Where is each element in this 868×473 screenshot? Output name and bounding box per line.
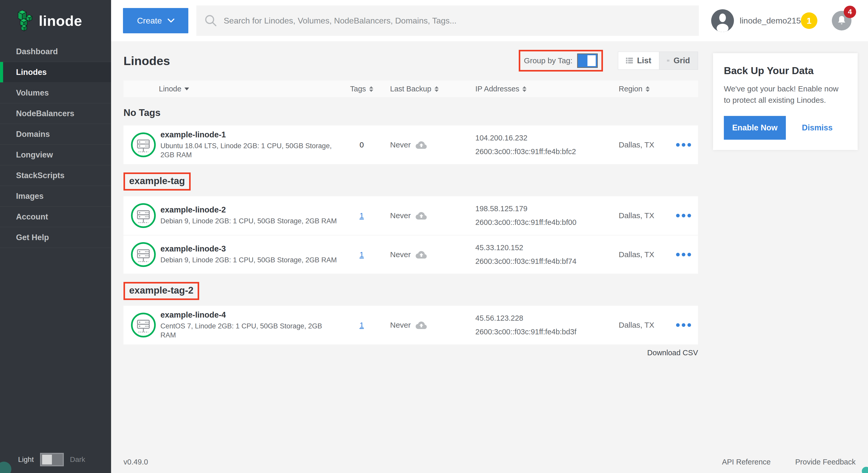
ipv6-address: 2600:3c00::f03c:91ff:fe4b:bfc2: [475, 147, 581, 156]
linode-name[interactable]: example-linode-4: [160, 310, 339, 319]
create-button[interactable]: Create: [123, 8, 188, 33]
linode-specs: Debian 9, Linode 2GB: 1 CPU, 50GB Storag…: [160, 256, 339, 265]
linode-status-icon: [130, 312, 156, 338]
username[interactable]: linode_demo215: [740, 16, 801, 26]
table-row-example-linode-3[interactable]: example-linode-3 Debian 9, Linode 2GB: 1…: [123, 235, 698, 274]
theme-dark-label: Dark: [70, 455, 85, 464]
linode-specs: Debian 9, Linode 2GB: 1 CPU, 50GB Storag…: [160, 216, 339, 226]
dismiss-link[interactable]: Dismiss: [802, 123, 833, 132]
global-search[interactable]: [196, 5, 699, 36]
sidebar-item-volumes[interactable]: Volumes: [0, 82, 111, 103]
sidebar-item-account[interactable]: Account: [0, 207, 111, 227]
last-backup-value: Never: [390, 321, 411, 330]
sidebar-item-images[interactable]: Images: [0, 186, 111, 207]
last-backup-value: Never: [390, 250, 411, 259]
linode-specs: Ubuntu 18.04 LTS, Linode 2GB: 1 CPU, 50G…: [160, 141, 339, 160]
group-by-tag-annotation-box: Group by Tag:: [519, 50, 603, 71]
sort-icon: [435, 86, 439, 92]
linode-name[interactable]: example-linode-3: [160, 244, 339, 254]
row-actions-button[interactable]: [669, 143, 698, 147]
avatar[interactable]: [711, 9, 734, 32]
ipv4-address: 198.58.125.179: [475, 204, 581, 213]
notification-count-badge: 4: [844, 6, 856, 18]
tag-group-heading-example-tag-2: example-tag-2: [123, 282, 199, 300]
theme-light-label: Light: [18, 455, 34, 464]
sidebar-item-get-help[interactable]: Get Help: [0, 227, 111, 248]
grid-view-icon: [667, 57, 669, 65]
linode-logo[interactable]: linode: [0, 0, 111, 41]
toggle-knob: [587, 55, 596, 66]
ipv6-address: 2600:3c00::f03c:91ff:fe4b:bf00: [475, 218, 581, 227]
page-footer: v0.49.0 API Reference Provide Feedback: [123, 458, 856, 466]
table-row-example-linode-2[interactable]: example-linode-2 Debian 9, Linode 2GB: 1…: [123, 196, 698, 235]
backup-cloud-icon: [415, 140, 427, 149]
sidebar-item-domains[interactable]: Domains: [0, 124, 111, 144]
view-list-button[interactable]: List: [618, 52, 659, 69]
group-by-tag-label: Group by Tag:: [524, 56, 572, 65]
view-grid-button[interactable]: Grid: [659, 52, 698, 69]
backup-promo-panel: Back Up Your Data We've got your back! E…: [713, 53, 858, 150]
column-header-tags[interactable]: Tags: [346, 85, 377, 93]
view-switcher: List Grid: [618, 52, 698, 70]
sort-icon: [522, 86, 526, 92]
sidebar-item-nodebalancers[interactable]: NodeBalancers: [0, 103, 111, 124]
group-by-tag-toggle[interactable]: [577, 54, 598, 68]
sidebar-item-longview[interactable]: Longview: [0, 144, 111, 165]
tag-group-heading-no-tags: No Tags: [123, 107, 698, 118]
theme-toggle-knob: [42, 455, 52, 465]
ipv4-address: 45.33.120.152: [475, 243, 581, 252]
table-row-example-linode-4[interactable]: example-linode-4 CentOS 7, Linode 2GB: 1…: [123, 306, 698, 344]
provide-feedback-link[interactable]: Provide Feedback: [795, 458, 856, 466]
column-header-region[interactable]: Region: [581, 85, 669, 93]
search-input[interactable]: [224, 16, 691, 26]
account-status-badge[interactable]: 1: [801, 12, 817, 29]
backup-panel-body: We've got your back! Enable now to prote…: [724, 83, 843, 106]
theme-toggle[interactable]: [40, 453, 64, 466]
sidebar-item-stackscripts[interactable]: StackScripts: [0, 165, 111, 186]
row-actions-button[interactable]: [669, 323, 698, 327]
region-value: Dallas, TX: [581, 211, 669, 220]
sidebar-item-linodes[interactable]: Linodes: [0, 62, 111, 82]
list-view-icon: [626, 57, 633, 65]
search-icon: [204, 14, 218, 27]
tag-count-link[interactable]: 1: [360, 211, 364, 220]
linode-name[interactable]: example-linode-2: [160, 205, 339, 214]
chevron-down-icon: [168, 19, 175, 23]
page-title: Linodes: [123, 54, 170, 68]
column-header-last-backup[interactable]: Last Backup: [377, 85, 455, 93]
region-value: Dallas, TX: [581, 321, 669, 330]
table-row-example-linode-1[interactable]: example-linode-1 Ubuntu 18.04 LTS, Linod…: [123, 126, 698, 164]
ipv4-address: 104.200.16.232: [475, 134, 581, 142]
sidebar-item-dashboard[interactable]: Dashboard: [0, 41, 111, 62]
linode-name[interactable]: example-linode-1: [160, 130, 339, 139]
notifications-button[interactable]: 4: [832, 11, 851, 30]
linode-cube-icon: [15, 9, 34, 32]
app-version: v0.49.0: [123, 458, 148, 466]
tag-group-heading-example-tag: example-tag: [123, 172, 191, 191]
column-header-ip-addresses[interactable]: IP Addresses: [455, 85, 581, 93]
tag-count-link[interactable]: 1: [360, 321, 364, 329]
region-value: Dallas, TX: [581, 140, 669, 149]
logo-wordmark: linode: [39, 12, 82, 29]
tag-count-link[interactable]: 1: [360, 250, 364, 259]
last-backup-value: Never: [390, 211, 411, 220]
linode-status-icon: [130, 203, 156, 229]
sidebar: linode Dashboard Linodes Volumes NodeBal…: [0, 0, 111, 473]
last-backup-value: Never: [390, 140, 411, 149]
ipv6-address: 2600:3c00::f03c:91ff:fe4b:bf74: [475, 257, 581, 266]
table-header-row: Linode Tags Last Backup IP Addresses Reg…: [123, 80, 698, 98]
sort-icon: [646, 86, 650, 92]
enable-now-button[interactable]: Enable Now: [724, 116, 786, 140]
backup-cloud-icon: [415, 250, 427, 259]
sidebar-nav: Dashboard Linodes Volumes NodeBalancers …: [0, 41, 111, 248]
column-header-linode[interactable]: Linode: [123, 85, 346, 93]
download-csv-link[interactable]: Download CSV: [123, 348, 698, 357]
api-reference-link[interactable]: API Reference: [722, 458, 771, 466]
backup-cloud-icon: [415, 321, 427, 330]
row-actions-button[interactable]: [669, 253, 698, 257]
topbar: Create linode_demo215 1 4: [111, 0, 868, 41]
theme-switcher: Light Dark: [0, 453, 111, 466]
page-header: Linodes Group by Tag: List: [123, 50, 698, 71]
row-actions-button[interactable]: [669, 214, 698, 217]
linode-specs: CentOS 7, Linode 2GB: 1 CPU, 50GB Storag…: [160, 322, 339, 340]
